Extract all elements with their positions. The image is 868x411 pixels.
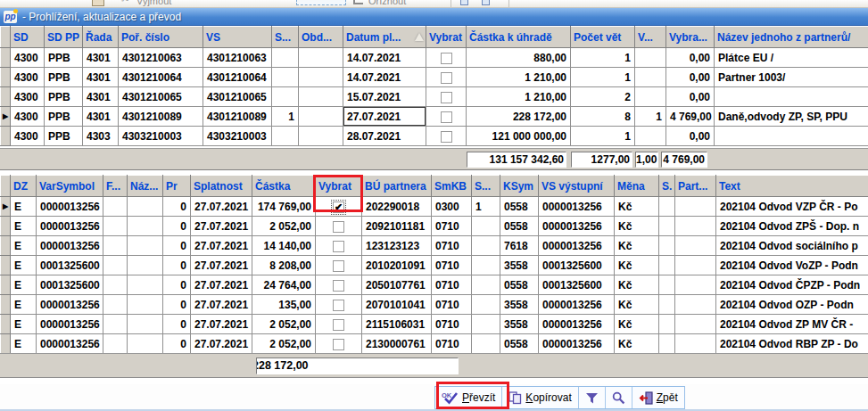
row-marker[interactable] <box>1 334 11 354</box>
column-header-splatnost[interactable]: Splatnost <box>191 176 252 197</box>
grid-cell-datum[interactable]: 27.07.2021 <box>343 107 426 127</box>
grid-cell-castka[interactable]: 2 052,00 <box>252 217 316 236</box>
vybrat-checkbox-cell[interactable] <box>316 315 362 334</box>
vybrat-checkbox-cell[interactable] <box>316 236 362 256</box>
grid-cell-sdpp[interactable]: PPB <box>45 127 83 146</box>
grid-cell-s[interactable] <box>272 48 299 68</box>
column-header-ksym[interactable]: KSym <box>500 176 539 197</box>
grid-cell-varsymbol[interactable]: 0000013256 <box>37 315 103 334</box>
grid-cell-castka[interactable]: 135,00 <box>252 295 316 315</box>
grid-cell-s2[interactable] <box>659 236 675 256</box>
grid-cell-ksym[interactable]: 0558 <box>500 334 539 354</box>
row-marker[interactable] <box>1 68 11 87</box>
toolbar-item-vyjmout[interactable]: Vyjmout <box>136 0 171 6</box>
grid-cell-v[interactable] <box>635 48 666 68</box>
grid-cell-s[interactable] <box>272 127 299 146</box>
grid-cell-v[interactable] <box>635 87 666 107</box>
grid-cell-f[interactable] <box>103 295 128 315</box>
column-header-pocet[interactable]: Počet vět <box>571 27 635 48</box>
grid-cell-pr[interactable]: 0 <box>163 275 191 295</box>
grid-cell-smkb[interactable]: 0710 <box>432 217 472 236</box>
grid-cell-text[interactable]: 202104 Odvod ZPŠ - Dop. n <box>716 217 868 236</box>
grid-cell-part[interactable] <box>675 197 716 217</box>
grid-cell-s[interactable] <box>272 87 299 107</box>
grid-cell-naz[interactable] <box>128 236 163 256</box>
grid-cell-s[interactable] <box>472 334 500 354</box>
grid-cell-vsvystupni[interactable]: 0000013256 <box>539 217 615 236</box>
grid-cell-rada[interactable]: 4301 <box>83 48 119 68</box>
grid-cell-pr[interactable]: 0 <box>163 295 191 315</box>
checkbox-unchecked[interactable] <box>441 53 452 64</box>
grid-cell-smkb[interactable]: 0710 <box>432 256 472 275</box>
grid-cell-castka[interactable]: 24 764,00 <box>252 275 316 295</box>
row-marker[interactable] <box>1 127 11 146</box>
grid-cell-s[interactable]: 1 <box>472 197 500 217</box>
row-marker[interactable] <box>1 48 11 68</box>
grid-cell-vsvystupni[interactable]: 0001325600 <box>539 256 615 275</box>
vybrat-checkbox-cell[interactable] <box>426 87 467 107</box>
grid-cell-mena[interactable]: Kč <box>615 295 659 315</box>
grid-cell-obd[interactable] <box>299 87 343 107</box>
grid-cell-varsymbol[interactable]: 0000013256 <box>37 236 103 256</box>
grid-cell-obd[interactable] <box>299 48 343 68</box>
grid-cell-nazev[interactable]: Plátce EU / <box>715 48 868 68</box>
grid-cell-s2[interactable] <box>659 295 675 315</box>
grid-cell-sd[interactable]: 4300 <box>11 87 45 107</box>
toolbar-item-oriznout[interactable]: Oříznout <box>368 0 406 6</box>
checkbox-unchecked[interactable] <box>333 319 344 331</box>
grid-cell-vs[interactable]: 4303210003 <box>203 127 272 146</box>
column-header-sdpp[interactable]: SD PP <box>45 27 83 48</box>
column-header-dz[interactable]: DZ <box>11 176 37 197</box>
grid-cell-vs[interactable]: 4301210065 <box>203 87 272 107</box>
column-header-castka[interactable]: Částka k úhradě <box>467 27 571 48</box>
grid-cell-splatnost[interactable]: 27.07.2021 <box>191 236 252 256</box>
grid-cell-vsvystupni[interactable]: 0000013256 <box>539 334 615 354</box>
grid-cell-datum[interactable]: 28.07.2021 <box>343 127 426 146</box>
selected-amount-field[interactable]: 228 172,00 <box>256 358 459 374</box>
checkbox-unchecked[interactable] <box>333 339 344 350</box>
grid-cell-s[interactable]: 1 <box>272 107 299 127</box>
grid-cell-s2[interactable] <box>659 197 675 217</box>
grid-cell-nazev[interactable] <box>715 127 868 146</box>
grid-cell-v[interactable] <box>635 127 666 146</box>
grid-cell-nazev[interactable] <box>715 87 868 107</box>
grid-cell-part[interactable] <box>675 217 716 236</box>
grid-cell-pr[interactable]: 0 <box>163 256 191 275</box>
grid-cell-varsymbol[interactable]: 0001325600 <box>37 256 103 275</box>
grid-cell-dz[interactable]: E <box>11 256 37 275</box>
row-marker[interactable] <box>1 275 11 295</box>
column-header-sd[interactable]: SD <box>11 27 45 48</box>
grid-cell-rada[interactable]: 4301 <box>83 68 119 87</box>
grid-cell-vsvystupni[interactable]: 0000013256 <box>539 236 615 256</box>
grid-cell-f[interactable] <box>103 315 128 334</box>
grid-cell-vs[interactable]: 4301210064 <box>203 68 272 87</box>
column-header-castka[interactable]: Částka <box>252 176 316 197</box>
grid-cell-f[interactable] <box>103 334 128 354</box>
column-header-s[interactable]: S... <box>272 27 299 48</box>
grid-cell-obd[interactable] <box>299 107 343 127</box>
grid-cell-text[interactable]: 202104 Odvod sociálního p <box>716 236 868 256</box>
grid-cell-part[interactable] <box>675 256 716 275</box>
row-marker[interactable] <box>1 217 11 236</box>
checkbox-unchecked[interactable] <box>333 300 344 311</box>
grid-cell-ksym[interactable]: 0558 <box>500 197 539 217</box>
row-marker[interactable]: ▶ <box>1 107 11 127</box>
prevzit-button[interactable]: OK Převzít <box>435 387 502 408</box>
grid-cell-s[interactable] <box>272 68 299 87</box>
grid-cell-splatnost[interactable]: 27.07.2021 <box>191 217 252 236</box>
vybrat-checkbox-cell[interactable]: ✔ <box>316 197 362 217</box>
grid-cell-rada[interactable]: 4303 <box>83 127 119 146</box>
grid-cell-naz[interactable] <box>128 295 163 315</box>
column-header-naz[interactable]: Náz... <box>128 176 163 197</box>
grid-cell-f[interactable] <box>103 275 128 295</box>
grid-cell-s[interactable] <box>472 256 500 275</box>
grid-cell-pocet[interactable]: 1 <box>571 48 635 68</box>
grid-cell-smkb[interactable]: 0710 <box>432 315 472 334</box>
grid-cell-splatnost[interactable]: 27.07.2021 <box>191 295 252 315</box>
grid-cell-mena[interactable]: Kč <box>615 197 659 217</box>
checkbox-unchecked[interactable] <box>441 111 452 123</box>
grid-cell-smkb[interactable]: 0710 <box>432 334 472 354</box>
row-marker[interactable] <box>1 315 11 334</box>
grid-cell-castka[interactable]: 2 052,00 <box>252 334 316 354</box>
checkbox-unchecked[interactable] <box>441 72 452 84</box>
